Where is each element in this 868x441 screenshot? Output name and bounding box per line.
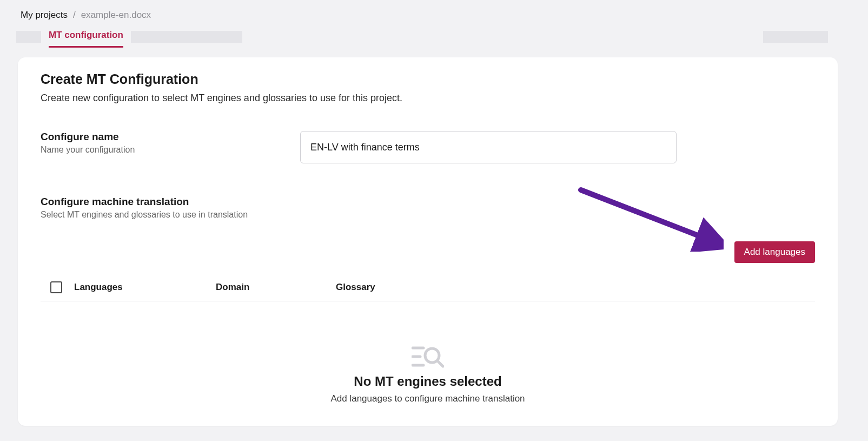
config-card: Create MT Configuration Create new confi… — [18, 57, 838, 426]
tabs-row: MT configuration — [0, 26, 868, 48]
configure-name-label-block: Configure name Name your configuration — [41, 131, 268, 163]
tab-placeholder — [131, 31, 242, 43]
configure-mt-label: Configure machine translation — [41, 196, 815, 208]
breadcrumb: My projects / example-en.docx — [0, 0, 868, 26]
empty-state-subtitle: Add languages to configure machine trans… — [330, 393, 525, 404]
configure-name-hint: Name your configuration — [41, 145, 268, 155]
breadcrumb-separator: / — [73, 10, 76, 21]
empty-state: No MT engines selected Add languages to … — [41, 345, 815, 404]
breadcrumb-current: example-en.docx — [81, 10, 151, 21]
add-languages-button[interactable]: Add languages — [734, 241, 815, 263]
configure-name-label: Configure name — [41, 131, 268, 143]
column-glossary: Glossary — [336, 282, 444, 293]
empty-state-title: No MT engines selected — [354, 374, 501, 389]
breadcrumb-root[interactable]: My projects — [21, 10, 68, 21]
column-domain: Domain — [216, 282, 324, 293]
configure-mt-hint: Select MT engines and glossaries to use … — [41, 210, 815, 220]
tab-mt-configuration[interactable]: MT configuration — [49, 26, 123, 48]
empty-search-icon — [412, 345, 444, 370]
languages-table-header: Languages Domain Glossary — [41, 275, 815, 301]
column-languages: Languages — [74, 282, 204, 293]
configuration-name-input[interactable] — [300, 131, 677, 163]
tab-placeholder — [16, 31, 41, 43]
svg-line-4 — [438, 361, 443, 366]
add-languages-row: Add languages — [41, 241, 815, 263]
page-description: Create new configuration to select MT en… — [41, 93, 815, 104]
page-title: Create MT Configuration — [41, 71, 815, 87]
configure-mt-section: Configure machine translation Select MT … — [41, 196, 815, 220]
configure-name-row: Configure name Name your configuration — [41, 131, 815, 163]
select-all-checkbox[interactable] — [50, 281, 62, 293]
tab-placeholder — [763, 31, 828, 43]
